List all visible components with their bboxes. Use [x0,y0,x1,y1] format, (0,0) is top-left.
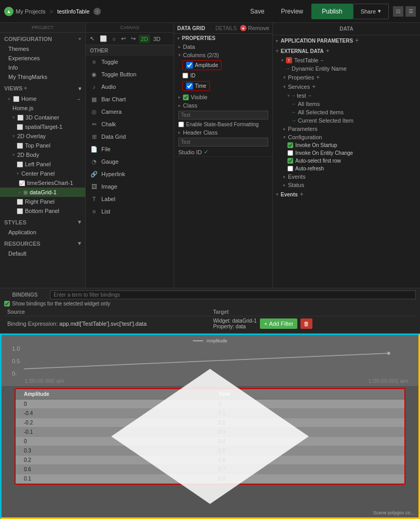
add-filter-button[interactable]: + Add Filter [260,318,298,329]
properties-add-button[interactable]: + [316,74,320,81]
canvas-tool-circle[interactable]: ○ [110,35,118,43]
save-button[interactable]: Save [242,0,272,23]
auto-select-checkbox[interactable] [287,158,293,164]
testtable-row[interactable]: ▾ T TestTable − [273,56,420,64]
bindings-filter-input[interactable] [50,290,416,299]
configuration-section[interactable]: CONFIGURATION ▾ [0,33,85,44]
publish-button[interactable]: Publish [311,4,352,19]
services-add-button[interactable]: + [312,83,316,90]
sidebar-item-centerpanel[interactable]: ▾ Center Panel [0,169,85,178]
amplitude-checkbox[interactable] [186,62,193,69]
canvas-item-gauge[interactable]: ◔ Gauge [86,155,174,168]
canvas-tool-undo[interactable]: ↩ [119,34,128,43]
properties-toggle[interactable]: ▾ PROPERTIES [174,34,272,43]
app-params-section[interactable]: ▸ APPLICATION PARAMETERS + [273,35,420,46]
canvas-tool-select[interactable]: ⬜ [98,34,109,43]
all-selected-row[interactable]: ← All Selected Items [273,108,420,116]
events-add-button[interactable]: + [300,191,304,198]
preview-button[interactable]: Preview [273,0,312,23]
canvas-item-camera[interactable]: ◎ Camera [86,105,174,118]
list-icon: ≡ [90,207,98,216]
properties-label: PROPERTIES [182,35,215,41]
all-items-row[interactable]: ← All Items [273,100,420,108]
parameters-row[interactable]: ▸ Parameters [273,125,420,133]
amplitude-label: Amplitude [195,62,218,68]
sidebar-item-spatialtarget[interactable]: ⬜ spatialTarget-1 [0,122,85,131]
sidebar-item-timeserieschart[interactable]: 📈 timeSeriesChart-1 [0,178,85,188]
events-section[interactable]: ▾ Events + [273,189,420,199]
all-selected-arrow: ← [292,110,296,115]
sidebar-item-rightpanel[interactable]: ⬜ Right Panel [0,197,85,206]
sidebar-item-thingmarks[interactable]: My ThingMarks [0,72,85,82]
canvas-item-hyperlink[interactable]: 🔗 Hyperlink [86,168,174,180]
canvas-item-list[interactable]: ≡ List [86,205,174,218]
window-expand-button[interactable]: ⊡ [393,6,403,17]
canvas-2d-button[interactable]: 2D [139,35,150,43]
config-row[interactable]: ▾ Configuration [273,133,420,141]
sidebar-item-datagrid[interactable]: ▸ ⊞ dataGrid-1 [0,188,85,197]
sidebar-item-2doverlay[interactable]: ▾ 2D Overlay [0,131,85,141]
sidebar-item-bottompanel[interactable]: ⬜ Bottom Panel [0,206,85,216]
app-params-add-button[interactable]: + [355,37,359,44]
studio-id-row: Studio ID ✓ [174,148,272,156]
canvas-3d-button[interactable]: 3D [151,35,163,43]
canvas-item-datagrid[interactable]: ⊞ Data Grid [86,130,174,143]
testtable-remove-button[interactable]: − [320,57,323,63]
sidebar-item-home[interactable]: ▸ ⬜ Home → [0,94,85,103]
remove-button[interactable]: ● Remove [240,25,269,31]
data-row[interactable]: ▸ Data [174,43,272,51]
events-right-row[interactable]: ▸ Events [273,172,420,181]
invoke-entity-checkbox[interactable] [287,150,293,156]
test-service-row[interactable]: ▾ → test − [273,91,420,100]
current-selected-row[interactable]: → Current Selected Item [273,116,420,125]
canvas-item-chalk[interactable]: ✏ Chalk [86,118,174,130]
sidebar-item-toppanel[interactable]: ⬜ Top Panel [0,141,85,150]
resources-section[interactable]: RESOURCES ▾ [0,237,85,249]
canvas-item-file[interactable]: 📄 File [86,143,174,155]
sidebar-item-homejs[interactable]: Home.js [0,103,85,113]
window-menu-button[interactable]: ☰ [405,6,416,17]
visible-checkbox[interactable] [183,95,189,100]
sidebar-item-application[interactable]: Application [0,228,85,237]
info-badge[interactable]: i [94,8,101,15]
canvas-item-audio[interactable]: ♪ Audio [86,81,174,93]
auto-refresh-checkbox[interactable] [287,166,293,171]
dynamic-entity-row[interactable]: → Dynamic Entity Name [273,64,420,73]
canvas-item-image[interactable]: 🖼 Image [86,180,174,193]
image-icon: 🖼 [90,182,98,191]
canvas-item-barchart[interactable]: ▦ Bar Chart [86,93,174,105]
external-data-section[interactable]: ▾ EXTERNAL DATA + [273,46,420,56]
show-bindings-checkbox[interactable] [4,301,10,307]
services-row[interactable]: ▾ Services + [273,82,420,91]
canvas-item-toggle-button[interactable]: ◉ Toggle Button [86,68,174,81]
columns-row[interactable]: ▾ Columns (2/3) [174,51,272,59]
views-section[interactable]: VIEWS + ▾ [0,82,85,94]
external-data-add-button[interactable]: + [326,47,330,55]
canvas-tool-redo[interactable]: ↪ [129,34,138,43]
breadcrumb-home[interactable]: My Projects [16,8,45,15]
invoke-startup-checkbox[interactable] [287,142,293,148]
sidebar-item-3dcontainer[interactable]: ▾ ⬜ 3D Container [0,113,85,122]
canvas-tool-move[interactable]: ↖ [88,34,97,43]
sidebar-item-2dbody[interactable]: ▾ 2D Body [0,150,85,159]
time-checkbox[interactable] [186,83,193,89]
sidebar-item-leftpanel[interactable]: ⬜ Left Panel [0,159,85,169]
header-class-input[interactable] [178,138,268,147]
sidebar-item-default[interactable]: Default [0,249,85,258]
share-button[interactable]: Share ▾ [353,4,389,19]
sidebar-item-experiences[interactable]: Experiences [0,54,85,63]
delete-filter-button[interactable]: 🗑 [300,318,312,329]
class-input[interactable] [178,111,268,119]
enable-state-checkbox[interactable] [178,122,184,127]
canvas-item-toggle[interactable]: ≡ Toggle [86,56,174,68]
test-service-remove[interactable]: − [308,92,311,99]
styles-section[interactable]: STYLES ▾ [0,216,85,228]
id-checkbox[interactable] [182,73,188,78]
canvas-item-label[interactable]: T Label [86,193,174,205]
views-add-button[interactable]: + [22,85,28,92]
sidebar-item-info[interactable]: Info [0,63,85,72]
3dcontainer-expand: ▾ [12,115,15,120]
status-right-row[interactable]: ▸ Status [273,181,420,189]
properties-row[interactable]: ▾ Properties + [273,73,420,82]
sidebar-item-themes[interactable]: Themes [0,44,85,54]
